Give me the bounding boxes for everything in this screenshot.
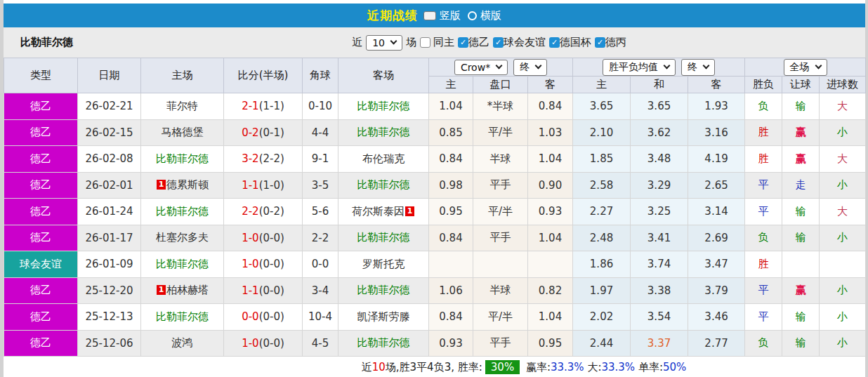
handicap-result-cell: 输 (782, 225, 820, 251)
odds-line-cell: 平手 (473, 172, 528, 199)
odds-away-cell: 0.84 (528, 93, 573, 120)
goals-result-cell: 小 (820, 277, 866, 304)
mean-away-cell: 3.79 (688, 277, 745, 304)
corner-cell: 2-2 (303, 225, 338, 251)
handicap-result-cell (782, 251, 820, 278)
team-name-text: 比勒菲尔德 (156, 205, 209, 218)
page-title: 近期战绩 (367, 8, 418, 24)
checkbox-german-cup[interactable]: ✓ (549, 37, 560, 48)
away-team-cell: 凯泽斯劳滕 (338, 304, 429, 331)
score-cell: 1-0(0-0) (224, 225, 303, 251)
odds-away-cell: 1.04 (528, 304, 573, 331)
team-name-text: 比勒菲尔德 (156, 310, 209, 323)
recent-prefix-label: 近 (352, 36, 362, 49)
date-cell: 26-02-01 (78, 172, 141, 199)
scope-select[interactable]: 全场 (784, 59, 827, 76)
checkbox-label: 同主 (433, 36, 454, 49)
league-type-cell: 德乙 (4, 172, 78, 199)
checkbox-league-de3[interactable]: ✓ (595, 37, 605, 48)
odds-period-select[interactable]: 终 (513, 59, 547, 76)
subcol-odds-home: 主 (429, 77, 473, 93)
team-name-text: 比勒菲尔德 (357, 126, 410, 138)
checkbox-same-home[interactable] (420, 37, 430, 48)
mean-draw-cell: 3.74 (631, 251, 688, 278)
chevron-down-icon (535, 62, 542, 70)
team-name-text: 比勒菲尔德 (357, 100, 410, 112)
bookmaker-select[interactable]: Crow* (454, 60, 508, 75)
odds-away-cell (528, 251, 573, 278)
subcol-result: 胜负 (745, 77, 782, 93)
subcol-handicap: 让球 (782, 77, 820, 93)
score-cell: 0-2(0-1) (224, 119, 303, 146)
col-header-score: 比分(半场) (224, 58, 303, 93)
mean-away-cell: 4.19 (688, 146, 745, 173)
checkbox-league-de2[interactable]: ✓ (458, 37, 468, 48)
mean-home-cell: 1.86 (573, 251, 631, 278)
result-cell: 负 (745, 225, 782, 251)
table-row: 德乙 26-02-15 马格德堡 0-2(0-1) 4-4 比勒菲尔德 0.85… (4, 119, 866, 146)
filter-item-league-de3: ✓德丙 (595, 36, 626, 49)
fulltime-score: 3-2 (242, 152, 259, 165)
view-mode-label: 竖版 (440, 9, 461, 22)
date-cell: 25-12-20 (78, 277, 141, 304)
table-row: 德乙 26-01-17 杜塞尔多夫 1-0(0-0) 2-2 比勒菲尔德 0.8… (4, 225, 866, 251)
view-mode-option-0[interactable]: 竖版 (423, 9, 461, 22)
score-cell: 2-1(1-1) (224, 93, 303, 120)
home-team-cell: 1柏林赫塔 (141, 277, 224, 304)
mean-home-cell: 2.27 (573, 199, 631, 225)
fulltime-score: 1-1 (242, 179, 259, 192)
radio-unselected-icon[interactable] (468, 11, 477, 20)
mean-period-select[interactable]: 终 (681, 59, 715, 76)
header-group-row: 类型 日期 主场 比分(半场) 角球 客场 Crow* 终 胜平负均值 终 (4, 58, 866, 77)
fulltime-score: 1-0 (242, 258, 259, 270)
summary-text: 50% (663, 361, 686, 373)
halftime-score: (0-0) (259, 310, 284, 323)
results-body: 德乙 26-02-21 菲尔特 2-1(1-1) 0-10 比勒菲尔德 1.04… (4, 93, 866, 357)
league-type-cell: 德乙 (4, 146, 78, 173)
halftime-score: (0-0) (259, 258, 284, 270)
red-card-badge: 1 (157, 180, 166, 190)
mean-home-cell: 1.85 (573, 146, 631, 173)
team-name-text: 德累斯顿 (166, 178, 209, 191)
odds-home-cell (429, 251, 473, 278)
date-cell: 25-12-13 (78, 304, 141, 331)
goals-result-cell: 大 (820, 146, 866, 173)
matches-suffix-label: 场 (406, 36, 416, 49)
team-name-text: 比勒菲尔德 (357, 336, 410, 349)
date-cell: 26-02-08 (78, 146, 141, 173)
mean-away-cell: 3.16 (688, 119, 745, 146)
table-row: 德乙 25-12-13 比勒菲尔德 0-0(0-0) 10-4 凯泽斯劳滕 0.… (4, 304, 866, 331)
match-count-select[interactable]: 10 (366, 35, 402, 51)
corner-cell: 4-5 (303, 330, 338, 357)
summary-line: 近10场,胜3平4负3, 胜率:30% 赢率:33.3% 大:33.3% 单率:… (362, 361, 687, 374)
odds-group-header: Crow* 终 (429, 58, 573, 77)
corner-cell: 0-0 (303, 251, 338, 278)
checkbox-club-friendly[interactable]: ✓ (493, 37, 504, 48)
subcol-mean-home: 主 (573, 77, 631, 93)
mean-home-cell: 2.48 (573, 225, 631, 251)
halftime-score: (0-0) (259, 284, 284, 297)
fulltime-score: 1-0 (242, 337, 259, 350)
score-cell: 1-1(0-0) (224, 277, 303, 304)
summary-text: 33.3% (601, 361, 635, 373)
chevron-down-icon (664, 62, 671, 70)
checkbox-label: 球会友谊 (504, 36, 546, 49)
summary-text: 赢率: (522, 361, 551, 373)
odds-home-cell: 0.98 (429, 172, 473, 199)
table-row: 球会友谊 26-01-09 比勒菲尔德 1-0(0-0) 0-0 罗斯托克 1.… (4, 251, 866, 278)
subcol-mean-away: 客 (688, 77, 745, 93)
mean-away-cell: 3.47 (688, 251, 745, 278)
mean-metric-select[interactable]: 胜平负均值 (603, 59, 676, 76)
fulltime-score: 0-2 (242, 126, 259, 139)
team-name-text: 布伦瑞克 (362, 152, 405, 165)
odds-away-cell: 1.04 (528, 146, 573, 173)
handicap-result-cell: 输 (782, 199, 820, 225)
team-name-text: 比勒菲尔德 (357, 231, 410, 244)
corner-cell: 0-10 (303, 93, 338, 120)
odds-home-cell: 0.85 (429, 119, 473, 146)
view-mode-option-1[interactable]: 横版 (468, 9, 501, 22)
score-cell: 1-0(0-0) (224, 251, 303, 278)
mean-away-cell: 2.77 (688, 330, 745, 357)
radio-selected-icon[interactable] (423, 11, 436, 20)
odds-home-cell: 1.06 (429, 277, 473, 304)
